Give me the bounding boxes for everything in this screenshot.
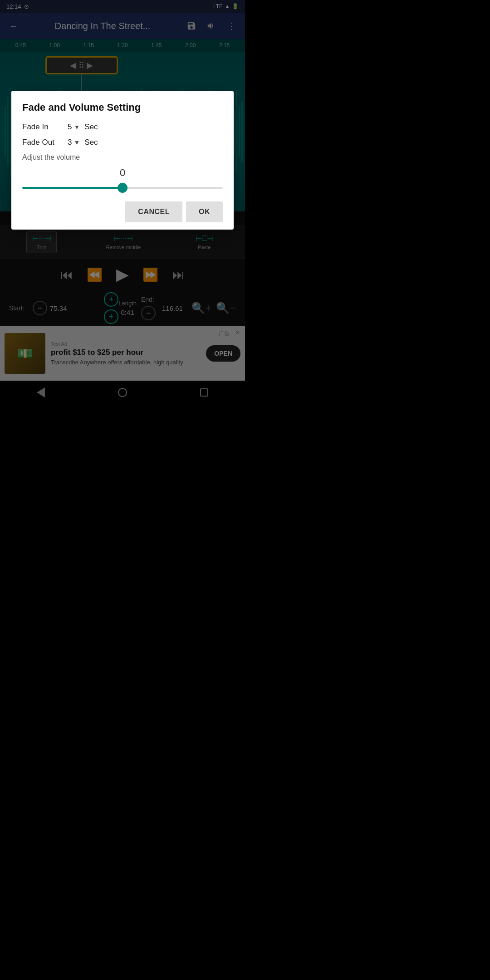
volume-value: 0: [22, 167, 223, 179]
fade-in-row: Fade In 5 ▼ Sec: [22, 122, 223, 132]
dialog-overlay: Fade and Volume Setting Fade In 5 ▼ Sec …: [0, 0, 245, 490]
volume-label: Adjust the volume: [22, 153, 223, 162]
slider-fill: [22, 187, 122, 189]
fade-out-label: Fade Out: [22, 138, 63, 147]
fade-in-dropdown[interactable]: 5 ▼: [68, 122, 80, 132]
slider-track: [22, 187, 223, 189]
slider-thumb[interactable]: [118, 183, 127, 193]
fade-out-value: 3: [68, 138, 72, 147]
dialog: Fade and Volume Setting Fade In 5 ▼ Sec …: [11, 91, 234, 230]
volume-slider-container[interactable]: [22, 183, 223, 192]
fade-out-row: Fade Out 3 ▼ Sec: [22, 138, 223, 147]
fade-in-label: Fade In: [22, 122, 63, 132]
dialog-title: Fade and Volume Setting: [22, 102, 223, 113]
fade-in-value: 5: [68, 122, 72, 132]
fade-out-dropdown[interactable]: 3 ▼: [68, 138, 80, 147]
fade-out-arrow-icon: ▼: [74, 139, 80, 146]
cancel-button[interactable]: CANCEL: [125, 201, 182, 222]
fade-in-unit: Sec: [84, 122, 98, 132]
ok-button[interactable]: OK: [186, 201, 223, 222]
fade-in-arrow-icon: ▼: [74, 123, 80, 131]
fade-out-unit: Sec: [84, 138, 98, 147]
dialog-buttons: CANCEL OK: [22, 201, 223, 222]
